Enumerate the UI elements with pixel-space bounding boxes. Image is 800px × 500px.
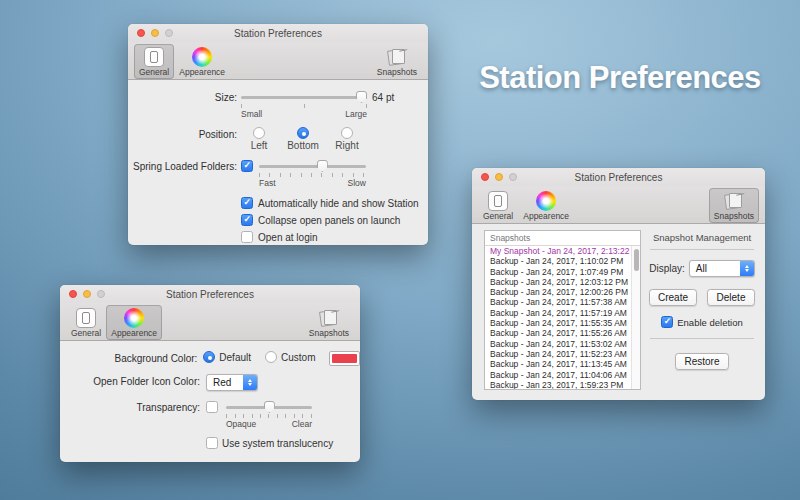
translucency-checkbox[interactable] — [206, 437, 218, 449]
color-wheel-icon — [536, 191, 556, 211]
tab-general[interactable]: General — [134, 44, 174, 79]
position-radio-group: Left Bottom Right — [241, 126, 365, 151]
tab-general-label: General — [139, 68, 169, 77]
collapse-checkbox[interactable] — [241, 214, 253, 226]
transparency-slider-thumb[interactable] — [264, 401, 275, 413]
open-at-login-label: Open at login — [258, 232, 318, 243]
snapshot-list-item[interactable]: Backup - Jan 24, 2017, 11:57:19 AM — [485, 308, 640, 318]
snapshot-list-item[interactable]: Backup - Jan 24, 2017, 1:10:02 PM — [485, 256, 640, 266]
bg-custom-option[interactable]: Custom — [265, 351, 315, 363]
minimize-button[interactable] — [495, 173, 503, 181]
spring-max-label: Slow — [348, 178, 366, 188]
restore-button[interactable]: Restore — [675, 353, 729, 370]
open-at-login-checkbox[interactable] — [241, 231, 253, 243]
tab-appearance[interactable]: Appearence — [518, 188, 574, 223]
folder-color-popup[interactable]: Red — [206, 374, 258, 391]
spring-slider-thumb[interactable] — [317, 160, 328, 172]
custom-color-well[interactable] — [329, 351, 360, 366]
position-option-right[interactable]: Right — [329, 127, 365, 151]
tab-general[interactable]: General — [478, 188, 518, 223]
open-at-login-row[interactable]: Open at login — [241, 231, 428, 243]
snapshot-list-item[interactable]: Backup - Jan 24, 2017, 11:52:23 AM — [485, 349, 640, 359]
tab-snapshots[interactable]: Snapshots — [304, 305, 354, 340]
tab-appearance[interactable]: Appearence — [174, 44, 230, 79]
snapshot-list-item[interactable]: Backup - Jan 24, 2017, 1:07:49 PM — [485, 267, 640, 277]
enable-deletion-label: Enable deletion — [677, 317, 743, 328]
size-slider[interactable] — [241, 90, 367, 103]
titlebar[interactable]: Station Preferences — [60, 285, 360, 303]
size-value: 64 pt — [372, 90, 394, 103]
spring-slider[interactable] — [259, 159, 366, 172]
snapshot-list-item[interactable]: Backup - Jan 24, 2017, 11:57:38 AM — [485, 297, 640, 307]
enable-deletion-row[interactable]: Enable deletion — [661, 316, 743, 328]
snapshot-list-item[interactable]: My Snapshot - Jan 24, 2017, 2:13:22 PM — [485, 246, 640, 256]
close-button[interactable] — [137, 29, 145, 37]
radio-left-label: Left — [251, 140, 268, 151]
tab-snapshots[interactable]: Snapshots — [709, 188, 759, 223]
color-wheel-icon — [192, 47, 212, 67]
color-wheel-icon — [124, 308, 144, 328]
spring-slider-ticks — [259, 173, 366, 177]
close-button[interactable] — [481, 173, 489, 181]
snapshot-list-item[interactable]: Backup - Jan 24, 2017, 11:55:35 AM — [485, 318, 640, 328]
zoom-button[interactable] — [97, 290, 105, 298]
radio-default[interactable] — [203, 351, 215, 363]
traffic-lights — [481, 173, 517, 181]
snapshot-list-item[interactable]: Backup - Jan 24, 2017, 11:13:45 AM — [485, 359, 640, 369]
spring-loaded-checkbox[interactable] — [241, 160, 253, 172]
tab-snapshots[interactable]: Snapshots — [372, 44, 422, 79]
window-title: Station Preferences — [575, 172, 663, 183]
snapshot-list-item[interactable]: Backup - Jan 24, 2017, 11:53:02 AM — [485, 339, 640, 349]
general-pane: Size: Small Large 64 pt Position: — [128, 80, 428, 243]
snapshot-list-item[interactable]: Backup - Jan 23, 2017, 1:59:23 PM — [485, 380, 640, 389]
radio-default-label: Default — [219, 352, 251, 363]
bg-default-option[interactable]: Default — [203, 351, 251, 363]
display-popup[interactable]: All — [689, 260, 755, 277]
titlebar[interactable]: Station Preferences — [128, 24, 428, 42]
close-button[interactable] — [69, 290, 77, 298]
snapshots-list: Snapshots My Snapshot - Jan 24, 2017, 2:… — [484, 230, 641, 390]
create-button[interactable]: Create — [649, 289, 697, 306]
snapshot-list-item[interactable]: Backup - Jan 24, 2017, 11:55:26 AM — [485, 328, 640, 338]
position-option-left[interactable]: Left — [241, 127, 277, 151]
desktop-background: Station Preferences Station Preferences … — [0, 0, 800, 500]
enable-deletion-checkbox[interactable] — [661, 316, 673, 328]
tab-appearance[interactable]: Appearence — [106, 305, 162, 340]
radio-bottom[interactable] — [297, 127, 309, 139]
autohide-checkbox[interactable] — [241, 197, 253, 209]
transparency-checkbox[interactable] — [206, 401, 218, 413]
window-title: Station Preferences — [234, 28, 322, 39]
snapshots-list-rows: My Snapshot - Jan 24, 2017, 2:13:22 PM B… — [485, 246, 640, 389]
tab-appearance-label: Appearence — [523, 212, 569, 221]
size-slider-thumb[interactable] — [356, 91, 367, 103]
collapse-row[interactable]: Collapse open panels on launch — [241, 214, 428, 226]
minimize-button[interactable] — [83, 290, 91, 298]
position-option-bottom[interactable]: Bottom — [285, 127, 321, 151]
zoom-button[interactable] — [165, 29, 173, 37]
list-scrollbar[interactable] — [631, 246, 640, 389]
radio-custom[interactable] — [265, 351, 277, 363]
snapshots-list-header: Snapshots — [485, 231, 640, 246]
titlebar[interactable]: Station Preferences — [472, 168, 765, 186]
tab-general[interactable]: General — [66, 305, 106, 340]
window-snapshots-preferences: Station Preferences General Appearence S… — [472, 168, 765, 400]
radio-right[interactable] — [341, 127, 353, 139]
snapshot-list-item[interactable]: Backup - Jan 24, 2017, 12:03:12 PM — [485, 277, 640, 287]
tab-snapshots-label: Snapshots — [309, 329, 349, 338]
window-appearance-preferences: Station Preferences General Appearence S… — [60, 285, 360, 462]
translucency-row[interactable]: Use system translucency — [206, 437, 333, 449]
snapshot-management-panel: Snapshot Management Display: All Create … — [647, 230, 757, 390]
minimize-button[interactable] — [151, 29, 159, 37]
position-label: Position: — [128, 126, 237, 140]
snapshot-list-item[interactable]: Backup - Jan 24, 2017, 12:00:26 PM — [485, 287, 640, 297]
snapshot-list-item[interactable]: Backup - Jan 24, 2017, 11:04:06 AM — [485, 370, 640, 380]
tab-general-label: General — [71, 329, 101, 338]
list-scrollbar-thumb[interactable] — [634, 249, 639, 271]
snapshots-icon — [723, 191, 745, 211]
radio-left[interactable] — [253, 127, 265, 139]
transparency-label: Transparency: — [60, 400, 200, 413]
zoom-button[interactable] — [509, 173, 517, 181]
transparency-slider[interactable] — [226, 400, 312, 413]
autohide-row[interactable]: Automatically hide and show Station — [241, 197, 428, 209]
delete-button[interactable]: Delete — [707, 289, 755, 306]
